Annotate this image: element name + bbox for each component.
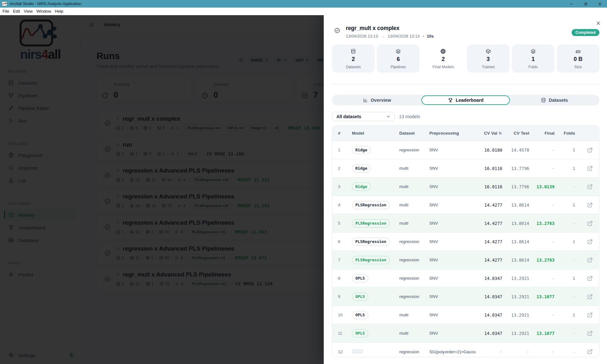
table-header-final[interactable]: Final <box>534 131 560 136</box>
model-chip: OPLS <box>352 293 368 301</box>
preprocessing-cell: SNV <box>424 312 479 317</box>
table-row[interactable]: 10OPLSmultiSNV14.034713.2921-1 <box>332 306 599 324</box>
table-row[interactable]: 8OPLSregressionSNV14.034713.2921-1 <box>332 269 599 288</box>
dataset-cell: multi <box>394 221 424 226</box>
final-cell: - <box>534 148 560 153</box>
rank-cell: 6 <box>332 239 346 244</box>
restore-button[interactable] <box>579 0 593 8</box>
chevron-down-icon <box>386 114 391 119</box>
folds-cell: 1 <box>560 203 580 207</box>
close-window-button[interactable] <box>593 0 607 8</box>
open-model-button[interactable] <box>580 331 599 336</box>
open-model-button[interactable] <box>580 257 599 263</box>
cv-val-cell: 14.0347 <box>479 312 507 318</box>
external-icon <box>587 239 593 245</box>
model-chip: PLSRegression <box>352 238 390 246</box>
cv-val-cell: 16.0180 <box>479 148 507 153</box>
stat-card-trained: 3Trained <box>467 45 510 73</box>
table-header-model[interactable]: Model <box>346 131 394 136</box>
stat-card-label: Folds <box>529 65 538 69</box>
table-header-item[interactable]: # <box>332 131 346 136</box>
table-row[interactable]: 5PLSRegressionmultiSNV14.427713.861413.2… <box>332 214 599 233</box>
cv-val-cell: 14.0347 <box>479 331 507 336</box>
menu-item-window[interactable]: Window <box>34 8 53 15</box>
preprocessing-cell: SNV <box>424 184 479 189</box>
tab-label: Overview <box>371 98 391 103</box>
table-header-label: # <box>338 131 340 136</box>
folds-cell: - <box>560 349 580 354</box>
table-row[interactable]: 7PLSRegressionregressionSNV14.427713.861… <box>332 251 599 269</box>
table-header-cv-test[interactable]: CV Test <box>507 131 534 136</box>
table-header-dataset[interactable]: Dataset <box>394 131 424 136</box>
dataset-cell: regression <box>394 239 424 244</box>
table-header-folds[interactable]: Folds <box>560 131 580 136</box>
rank-cell: 1 <box>332 148 346 152</box>
preprocessing-cell: SNV <box>424 203 479 207</box>
final-cell: - <box>534 349 560 354</box>
table-row[interactable]: 2RidgemultiSNV16.011613.7796-1 <box>332 159 599 178</box>
folds-cell: - <box>560 294 580 299</box>
menu-item-help[interactable]: Help <box>53 8 65 15</box>
open-model-button[interactable] <box>580 166 599 171</box>
external-icon <box>587 331 593 336</box>
cv-test-cell: 13.7796 <box>507 166 534 171</box>
external-icon <box>587 276 593 281</box>
open-model-button[interactable] <box>580 349 599 355</box>
dataset-cell: regression <box>394 258 424 262</box>
tab-leaderboard[interactable]: Leaderboard <box>421 95 510 105</box>
table-row[interactable]: 3RidgemultiSNV16.011613.779613.0139- <box>332 178 599 196</box>
menu-item-file[interactable]: File <box>1 8 11 15</box>
dataset-cell: multi <box>394 312 424 317</box>
drawer-close-button[interactable] <box>594 19 602 27</box>
table-row[interactable]: 12regressionSG(polyorder=2)>Gauss---- <box>332 343 599 357</box>
rank-cell: 3 <box>332 184 346 189</box>
open-model-button[interactable] <box>580 294 599 300</box>
table-header-label: CV Test <box>514 131 529 136</box>
rank-cell: 2 <box>332 166 346 171</box>
trophy-icon <box>448 98 453 103</box>
tab-label: Leaderboard <box>456 98 484 103</box>
folds-cell: - <box>560 221 580 226</box>
open-model-button[interactable] <box>580 312 599 318</box>
open-model-button[interactable] <box>580 276 599 281</box>
menu-item-edit[interactable]: Edit <box>11 8 22 15</box>
final-cell: 13.0139 <box>534 184 560 189</box>
stat-card-datasets: 2Datasets <box>332 45 375 73</box>
leaderboard-table: #ModelDatasetPreprocessingCV ValCV TestF… <box>332 125 599 357</box>
dataset-cell: multi <box>394 166 424 171</box>
tab-datasets[interactable]: Datasets <box>510 95 599 105</box>
preprocessing-cell: SNV <box>424 258 479 262</box>
model-chip: Ridge <box>352 164 371 173</box>
open-model-button[interactable] <box>580 147 599 153</box>
table-header-preprocessing[interactable]: Preprocessing <box>424 131 479 136</box>
stat-card-folds: 1Folds <box>512 45 555 73</box>
table-row[interactable]: 1RidgeregressionSNV16.018014.4578-1 <box>332 141 599 159</box>
cv-test-cell: 13.7796 <box>507 184 534 189</box>
external-icon <box>587 349 593 355</box>
table-row[interactable]: 9OPLSregressionSNV14.034713.292113.1077- <box>332 288 599 306</box>
minimize-button[interactable] <box>564 0 579 8</box>
table-row[interactable]: 11OPLSmultiSNV14.034713.292113.1077- <box>332 324 599 343</box>
table-header-label: Final <box>544 131 555 136</box>
dataset-cell: multi <box>394 203 424 207</box>
table-row[interactable]: 4PLSRegressionmultiSNV14.427713.8614-1 <box>332 196 599 214</box>
model-cell: OPLS <box>346 329 394 337</box>
tab-overview[interactable]: Overview <box>333 95 421 105</box>
stat-card-pipelines: 6Pipelines <box>377 45 420 73</box>
table-row[interactable]: 6PLSRegressionregressionSNV14.427713.861… <box>332 233 599 251</box>
open-model-button[interactable] <box>580 184 599 190</box>
preprocessing-cell: SNV <box>424 221 479 226</box>
open-model-button[interactable] <box>580 202 599 208</box>
open-model-button[interactable] <box>580 221 599 226</box>
stat-card-final-models: 2Final Models <box>422 45 464 73</box>
cv-val-cell: 14.4277 <box>479 239 507 244</box>
rank-cell: 10 <box>332 312 346 317</box>
dataset-filter-select[interactable]: All datasets <box>332 112 395 121</box>
menu-item-view[interactable]: View <box>22 8 34 15</box>
table-header-cv-val[interactable]: CV Val <box>479 131 507 136</box>
run-end-time: 13/04/2026 13:13 <box>388 34 420 39</box>
open-model-button[interactable] <box>580 239 599 245</box>
table-header-label: Model <box>352 131 364 136</box>
menu-bar: FileEditViewWindowHelp <box>0 8 607 15</box>
rank-cell: 7 <box>332 258 346 262</box>
